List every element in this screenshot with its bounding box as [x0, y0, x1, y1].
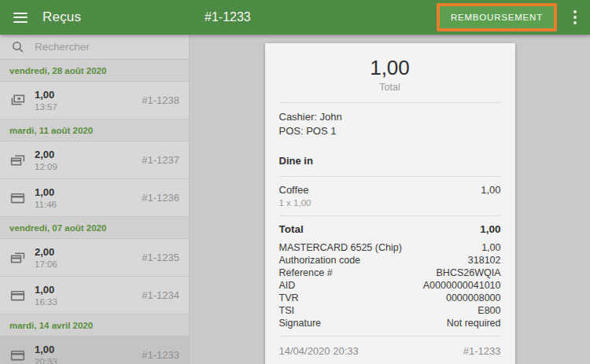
payment-row: Authorization code 318102	[279, 254, 501, 267]
line-item-price: 1,00	[481, 184, 500, 196]
payment-details: MASTERCARD 6525 (Chip) 1,00 Authorizatio…	[279, 241, 501, 336]
receipt-number: #1-1238	[142, 94, 189, 106]
receipt-amount: 1,00	[35, 89, 142, 101]
split-payment-icon	[0, 152, 35, 168]
receipt-list-item[interactable]: 1,00 11:46 #1-1236	[0, 179, 189, 217]
receipt-item-main: 2,00 17:06	[35, 246, 142, 269]
summary-total-label: Total	[279, 223, 304, 235]
pos-line: POS: POS 1	[279, 124, 501, 138]
card-icon	[0, 287, 35, 303]
summary-total-value: 1,00	[480, 223, 500, 235]
refund-button-highlight-box: REMBOURSEMENT	[437, 3, 557, 31]
payment-row-value: 318102	[468, 254, 501, 267]
payment-row-value: Not required	[447, 317, 501, 329]
top-app-bar: Reçus #1-1233 REMBOURSEMENT	[0, 0, 590, 35]
search-icon	[0, 40, 35, 53]
date-group-header: mardi, 11 août 2020	[0, 119, 189, 142]
payment-row-label: Reference #	[279, 267, 333, 279]
receipt-list-item[interactable]: 2,00 17:06 #1-1235	[0, 239, 189, 277]
receipt-item-main: 2,00 12:09	[35, 149, 142, 171]
payment-row-label: TVR	[279, 292, 299, 304]
receipt-total-block: 1,00 Total	[279, 43, 501, 102]
receipt-number: #1-1233	[142, 349, 189, 361]
receipt-time: 17:06	[35, 259, 142, 269]
app-title: Reçus	[42, 9, 81, 25]
split-payment-icon	[0, 249, 35, 266]
receipt-number: #1-1237	[142, 154, 189, 166]
receipt-time: 13:57	[35, 102, 142, 112]
receipt-item-main: 1,00 20:33	[35, 344, 142, 364]
receipt-footer: 14/04/2020 20:33 #1-1233	[279, 336, 501, 364]
receipt-time: 11:46	[35, 200, 142, 209]
receipt-card: 1,00 Total Cashier: John POS: POS 1 Dine…	[265, 43, 515, 364]
top-bar-left: Reçus	[0, 0, 190, 35]
payment-row-value: A0000000041010	[423, 279, 501, 292]
card-icon	[0, 347, 35, 363]
payment-row-value: BHCS26WQIA	[437, 267, 501, 279]
receipt-amount: 2,00	[35, 149, 142, 160]
search-bar	[0, 35, 189, 60]
receipt-amount: 1,00	[35, 344, 142, 355]
receipt-footer-number: #1-1233	[463, 345, 501, 357]
cashier-line: Cashier: John	[279, 110, 501, 124]
line-item-name: Coffee	[279, 184, 309, 196]
payment-row-label: TSI	[279, 304, 294, 317]
receipt-amount: 1,00	[35, 186, 142, 198]
receipt-detail-panel: 1,00 Total Cashier: John POS: POS 1 Dine…	[190, 35, 590, 364]
receipt-amount: 1,00	[35, 284, 142, 296]
payment-row: Reference # BHCS26WQIA	[279, 267, 501, 279]
payment-row: TSI E800	[279, 304, 501, 317]
line-item-block: Coffee 1,00 1 x 1,00	[279, 177, 501, 215]
receipt-list-item[interactable]: 1,00 13:57 #1-1238	[0, 82, 189, 119]
receipt-item-main: 1,00 13:57	[35, 89, 142, 112]
receipt-number: #1-1234	[142, 289, 189, 301]
payment-row: TVR 0000008000	[279, 292, 501, 304]
receipt-total-label: Total	[279, 82, 501, 93]
receipt-total-amount: 1,00	[279, 56, 501, 80]
search-input[interactable]	[35, 41, 189, 53]
receipt-list-item[interactable]: 1,00 16:33 #1-1234	[0, 277, 189, 314]
payment-row: Signature Not required	[279, 317, 501, 329]
payment-row-value: 0000008000	[446, 292, 501, 304]
cash-icon	[0, 92, 35, 108]
receipt-page-title: #1-1233	[205, 10, 251, 24]
payment-row: MASTERCARD 6525 (Chip) 1,00	[279, 241, 501, 254]
kebab-menu-icon[interactable]	[563, 0, 587, 35]
order-type-block: Dine in	[279, 145, 501, 176]
receipt-list-item[interactable]: 2,00 12:09 #1-1237	[0, 142, 189, 179]
payment-row-label: MASTERCARD 6525 (Chip)	[279, 241, 402, 254]
receipt-item-main: 1,00 16:33	[35, 284, 142, 307]
date-group-header: vendredi, 07 août 2020	[0, 217, 189, 239]
card-icon	[0, 189, 35, 206]
payment-row-value: 1,00	[481, 241, 500, 254]
date-group-header: mardi, 14 avril 2020	[0, 314, 189, 336]
hamburger-bars	[13, 13, 28, 23]
summary-total-row: Total 1,00	[279, 216, 501, 241]
order-type-label: Dine in	[279, 155, 313, 167]
receipt-number: #1-1236	[142, 192, 189, 204]
date-group-header: vendredi, 28 août 2020	[0, 60, 189, 82]
receipt-meta-block: Cashier: John POS: POS 1	[279, 103, 501, 145]
receipt-time: 16:33	[35, 297, 142, 307]
receipt-footer-datetime: 14/04/2020 20:33	[279, 345, 359, 357]
hamburger-menu-icon[interactable]	[3, 0, 38, 35]
payment-row-value: E800	[478, 304, 500, 317]
line-item-detail: 1 x 1,00	[279, 198, 501, 208]
receipt-number: #1-1235	[142, 252, 189, 263]
receipt-list-item-selected[interactable]: 1,00 20:33 #1-1233	[0, 336, 189, 364]
receipt-time: 20:33	[35, 357, 142, 364]
payment-row-label: Authorization code	[279, 254, 361, 267]
receipt-item-main: 1,00 11:46	[35, 186, 142, 209]
receipts-sidebar: vendredi, 28 août 2020 1,00 13:57 #1-123…	[0, 35, 190, 364]
refund-button[interactable]: REMBOURSEMENT	[440, 6, 554, 28]
receipt-amount: 2,00	[35, 246, 142, 258]
receipt-time: 12:09	[35, 162, 142, 171]
pos-receipts-app: Reçus #1-1233 REMBOURSEMENT vendredi, 28…	[0, 0, 590, 364]
payment-row-label: Signature	[279, 317, 322, 329]
payment-row-label: AID	[279, 279, 296, 292]
payment-row: AID A0000000041010	[279, 279, 501, 292]
